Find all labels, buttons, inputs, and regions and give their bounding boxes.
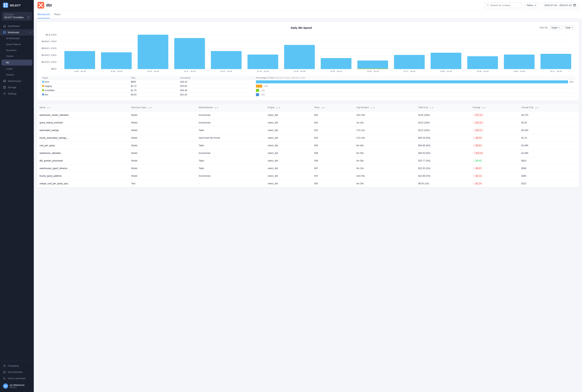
legend-col-target: Target xyxy=(41,76,129,80)
cell-resource-type: Model xyxy=(128,172,196,180)
sidebar-item-warehouses[interactable]: Warehouses xyxy=(0,78,34,84)
col-change[interactable]: Change ▲▼ xyxy=(470,104,519,111)
cell-project: select_dbt xyxy=(265,134,312,142)
cell-name[interactable]: warehouse_utilization xyxy=(37,149,128,157)
sidebar-item-dbt[interactable]: dbt xyxy=(2,60,32,66)
cell-avg-duration: 5m 58s xyxy=(354,157,416,164)
sidebar-item-looker[interactable]: Looker xyxy=(0,66,34,72)
svg-rect-30[interactable] xyxy=(101,52,132,69)
legend-target: snowflake xyxy=(41,88,129,92)
sidebar-item-query-patterns[interactable]: Query Patterns xyxy=(0,42,34,47)
sidebar-item-fivetran[interactable]: Fivetran xyxy=(0,72,34,78)
legend-annualized: $21.63 xyxy=(179,92,254,97)
col-materialization[interactable]: Materialization ▲▼ xyxy=(196,104,265,111)
cell-materialization: Incremental xyxy=(196,172,265,180)
col-name[interactable]: Name ▲▼ xyxy=(37,104,128,111)
cell-total-cost: $126 (18%) xyxy=(416,111,470,119)
cell-avg-duration: 5m 29s xyxy=(354,180,416,187)
cell-annual-cost: $3.2K xyxy=(519,119,579,126)
col-avg-duration[interactable]: Avg Duration ▲▼ xyxy=(354,104,416,111)
change-badge: ↑ $9.93 xyxy=(472,136,483,140)
bar-chart[interactable]: $100 $80.00 $60.00 $40.00 $20.00 $0 xyxy=(41,33,575,74)
cell-name[interactable]: unique_cost_per_query_que... xyxy=(37,180,128,187)
account-label: Account xyxy=(4,14,30,16)
svg-rect-7 xyxy=(5,33,6,34)
cell-name[interactable]: automated_savings xyxy=(37,126,128,134)
database-icon xyxy=(3,80,6,82)
svg-rect-34[interactable] xyxy=(174,38,205,69)
cell-name[interactable]: warehouse_cluster_utilization xyxy=(37,111,128,119)
sidebar-item-invite[interactable]: Invite a teammate xyxy=(0,375,34,382)
sidebar-item-serverless[interactable]: Serverless xyxy=(0,47,34,53)
cell-annual-cost: $2.91K xyxy=(519,126,579,134)
cell-name[interactable]: hourly_query_patterns xyxy=(37,172,128,180)
cell-name[interactable]: dbt_queries_processed xyxy=(37,157,128,164)
tab-runs[interactable]: Runs xyxy=(54,10,60,18)
col-resource-type[interactable]: Resource Type ▲▼ xyxy=(128,104,196,111)
legend-target: prod xyxy=(41,80,129,84)
sort-icon: ▲▼ xyxy=(321,106,325,109)
tab-resources[interactable]: Resources xyxy=(38,10,50,18)
svg-rect-48[interactable] xyxy=(394,55,424,69)
sidebar-item-documentation[interactable]: Documentation xyxy=(0,369,34,375)
cell-name[interactable]: hourly_automated_savings_... xyxy=(37,134,128,142)
col-runs[interactable]: Runs ▲▼ xyxy=(312,104,354,111)
col-annual-cost[interactable]: Annual Cost ▲▼ xyxy=(519,104,579,111)
svg-text:22 Jul: 22 Jul xyxy=(220,70,232,72)
svg-rect-50[interactable] xyxy=(430,53,461,69)
legend-target: dev xyxy=(41,92,129,97)
change-badge: ↑ $5.82 xyxy=(472,144,483,147)
svg-rect-42[interactable] xyxy=(321,58,351,69)
cell-name[interactable]: cost_per_query xyxy=(37,142,128,149)
cell-materialization: Table xyxy=(196,142,265,149)
sidebar-item-settings[interactable]: Settings xyxy=(0,90,34,97)
account-selector[interactable]: Account SELECT Snowflake xyxy=(2,12,32,20)
main-content: dbt Filters 2023-07-18 ~ 2023-07-31 Reso… xyxy=(34,0,582,392)
chevron-updown-icon xyxy=(27,16,30,19)
svg-rect-46 xyxy=(358,69,388,69)
svg-rect-28[interactable] xyxy=(64,51,95,69)
date-range-button[interactable]: 2023-07-18 ~ 2023-07-31 xyxy=(542,2,578,8)
cell-name[interactable]: query_history_enriched xyxy=(37,119,128,126)
svg-rect-54[interactable] xyxy=(504,54,534,69)
svg-rect-36[interactable] xyxy=(211,51,242,69)
cell-change: ↑ $24.44 xyxy=(470,149,519,157)
granularity-button[interactable]: Daily xyxy=(564,26,575,30)
svg-rect-52[interactable] xyxy=(467,56,498,69)
chevron-down-icon xyxy=(534,4,536,6)
user-info: Ian Whitestone SELECT xyxy=(10,384,31,388)
search-input[interactable] xyxy=(490,4,519,7)
cell-avg-duration: 17m 31s xyxy=(354,126,416,134)
cell-avg-duration: 5m 16s xyxy=(354,164,416,172)
user-profile[interactable]: IW Ian Whitestone SELECT xyxy=(0,382,34,390)
svg-rect-32[interactable] xyxy=(138,35,168,69)
cell-runs: 841 xyxy=(312,126,354,134)
cell-project: select_dbt xyxy=(265,172,312,180)
change-badge: ↑ $8.67 xyxy=(472,167,483,170)
svg-text:31 Jul: 31 Jul xyxy=(550,70,562,72)
search-box[interactable] xyxy=(484,2,521,8)
cell-change: ↑ $13.27 xyxy=(470,126,519,134)
sidebar-item-workloads[interactable]: Workloads ▾ xyxy=(0,29,34,36)
cell-runs: 858 xyxy=(312,149,354,157)
cell-runs: 854 xyxy=(312,119,354,126)
svg-rect-56[interactable] xyxy=(540,54,571,69)
col-project[interactable]: Project ▲▼ xyxy=(265,104,312,111)
sidebar-item-custom[interactable]: Custom xyxy=(0,53,34,59)
sidebar-item-dashboard[interactable]: Dashboard xyxy=(0,23,34,29)
cell-project: select_dbt xyxy=(265,126,312,134)
chart-legend: Target Total Annualized Percentage of To… xyxy=(41,76,575,97)
sidebar-logo: SELECT xyxy=(0,0,34,10)
filters-button[interactable]: Filters xyxy=(524,2,539,8)
sidebar-item-all-workloads[interactable]: All Workloads xyxy=(0,36,34,42)
svg-rect-44[interactable] xyxy=(358,60,388,69)
svg-rect-40[interactable] xyxy=(284,45,315,69)
sidebar-item-storage[interactable]: Storage xyxy=(0,84,34,90)
logo-icon xyxy=(3,2,8,8)
data-table: Name ▲▼Resource Type ▲▼Materialization ▲… xyxy=(37,104,579,188)
col-total-cost[interactable]: Total Cost ▲▼ xyxy=(416,104,470,111)
slice-by-button[interactable]: Target xyxy=(549,26,562,30)
cell-name[interactable]: warehouses_type2_dimensi... xyxy=(37,164,128,172)
svg-rect-38[interactable] xyxy=(248,54,278,69)
sidebar-item-changelog[interactable]: Changelog xyxy=(0,363,34,369)
